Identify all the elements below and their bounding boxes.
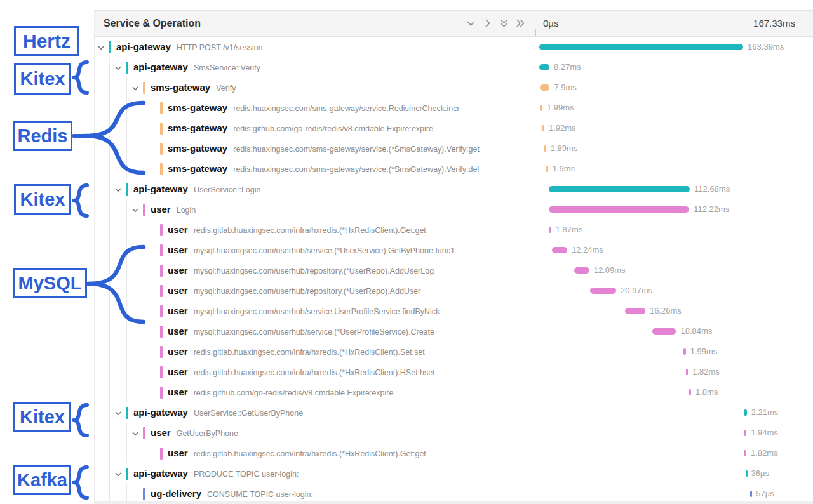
span-duration-label: 112.22ms bbox=[694, 199, 729, 220]
span-duration-bar[interactable] bbox=[683, 348, 686, 355]
indent-guide bbox=[126, 281, 127, 301]
column-resizer[interactable] bbox=[532, 29, 536, 36]
collapse-chevron-icon[interactable] bbox=[131, 428, 139, 436]
span-operation-name: UserService::Login bbox=[194, 185, 261, 194]
collapse-chevron-icon[interactable] bbox=[131, 205, 139, 213]
span-duration-bar[interactable] bbox=[574, 267, 589, 274]
indent-guide bbox=[126, 342, 127, 362]
span-duration-bar[interactable] bbox=[750, 491, 752, 497]
span-duration-bar[interactable] bbox=[746, 470, 748, 477]
span-duration-bar[interactable] bbox=[546, 166, 548, 172]
service-color-strip bbox=[160, 123, 163, 135]
span-row[interactable]: usermysql:huaxingsec.com/userhub/reposit… bbox=[95, 260, 813, 281]
span-row[interactable]: usermysql:huaxingsec.com/userhub/reposit… bbox=[95, 281, 813, 301]
span-duration-bar[interactable] bbox=[689, 389, 691, 395]
span-timeline-cell: 163.39ms bbox=[539, 37, 813, 57]
span-row[interactable]: usermysql:huaxingsec.com/userhub/service… bbox=[95, 321, 813, 342]
jaeger-trace-screenshot: Hertz Kitex Redis Kitex MySQL Kitex Kafk… bbox=[0, 0, 813, 504]
span-duration-bar[interactable] bbox=[544, 145, 546, 152]
span-row[interactable]: api-gatewayUserService::GetUserByPhone2.… bbox=[95, 402, 813, 423]
indent-guide bbox=[144, 220, 144, 240]
indent-guide bbox=[144, 240, 144, 260]
span-row[interactable]: sms-gatewayredis:huaxingsec.com/sms-gate… bbox=[95, 159, 813, 179]
span-row[interactable]: sms-gatewayredis:huaxingsec.com/sms-gate… bbox=[95, 98, 813, 118]
service-color-strip bbox=[160, 305, 163, 317]
indent-guide bbox=[126, 382, 127, 402]
span-duration-label: 1.99ms bbox=[690, 342, 718, 362]
collapse-chevron-icon[interactable] bbox=[114, 63, 122, 70]
span-row[interactable]: userredis:gitlab.huaxingsec.com/infra/hx… bbox=[95, 342, 813, 362]
span-duration-bar[interactable] bbox=[552, 247, 567, 253]
span-duration-bar[interactable] bbox=[744, 409, 746, 416]
span-service-name: api-gateway bbox=[116, 41, 171, 52]
double-chevron-down-icon[interactable] bbox=[499, 18, 509, 28]
chevron-right-icon[interactable] bbox=[483, 18, 492, 28]
indent-guide bbox=[109, 443, 110, 463]
span-row[interactable]: userredis:gitlab.huaxingsec.com/infra/hx… bbox=[95, 443, 813, 463]
service-color-strip bbox=[160, 265, 163, 277]
indent-guide bbox=[109, 382, 110, 402]
span-duration-bar[interactable] bbox=[652, 328, 676, 335]
span-timeline-cell: 12.24ms bbox=[539, 240, 813, 260]
span-timeline-cell: 7.9ms bbox=[539, 77, 813, 98]
span-row[interactable]: sms-gatewayredis:github.com/go-redis/red… bbox=[95, 118, 813, 138]
span-timeline-cell: 12.09ms bbox=[539, 260, 813, 281]
span-timeline-cell: 16.26ms bbox=[539, 301, 813, 321]
indent-guide bbox=[109, 159, 110, 179]
span-row[interactable]: sms-gatewayVerify7.9ms bbox=[95, 77, 813, 98]
span-row[interactable]: userredis:gitlab.huaxingsec.com/infra/hx… bbox=[95, 362, 813, 382]
span-duration-bar[interactable] bbox=[686, 369, 689, 375]
collapse-chevron-icon[interactable] bbox=[114, 469, 122, 477]
span-row[interactable]: api-gatewaySmsService::Verify8.27ms bbox=[95, 57, 813, 77]
span-duration-bar[interactable] bbox=[744, 430, 746, 436]
span-row[interactable]: usermysql:huaxingsec.com/userhub/service… bbox=[95, 240, 813, 260]
span-duration-bar[interactable] bbox=[542, 125, 544, 131]
indent-guide bbox=[144, 138, 144, 159]
span-duration-label: 36µs bbox=[751, 463, 769, 484]
span-duration-label: 16.26ms bbox=[650, 301, 682, 321]
span-duration-bar[interactable] bbox=[590, 288, 616, 294]
indent-guide bbox=[109, 342, 110, 362]
span-duration-bar[interactable] bbox=[625, 308, 645, 314]
span-row[interactable]: sms-gatewayredis:huaxingsec.com/sms-gate… bbox=[95, 138, 813, 159]
collapse-chevron-icon[interactable] bbox=[97, 43, 105, 50]
indent-guide bbox=[126, 321, 127, 342]
span-duration-bar[interactable] bbox=[540, 105, 542, 111]
span-duration-bar[interactable] bbox=[539, 64, 549, 70]
span-duration-bar[interactable] bbox=[549, 227, 551, 233]
collapse-chevron-icon[interactable] bbox=[114, 408, 122, 416]
indent-guide bbox=[109, 301, 110, 321]
span-row[interactable]: api-gatewayUserService::Login112.68ms bbox=[95, 179, 813, 199]
span-duration-bar[interactable] bbox=[539, 44, 743, 50]
span-duration-bar[interactable] bbox=[549, 206, 689, 213]
span-row[interactable]: userLogin112.22ms bbox=[95, 199, 813, 220]
service-color-strip bbox=[160, 163, 163, 175]
span-duration-bar[interactable] bbox=[744, 450, 746, 456]
indent-guide bbox=[144, 443, 144, 463]
span-duration-bar[interactable] bbox=[540, 84, 550, 91]
span-service-name: user bbox=[168, 387, 188, 397]
span-duration-bar[interactable] bbox=[549, 186, 690, 192]
indent-guide bbox=[144, 159, 144, 179]
span-row[interactable]: api-gatewayHTTP POST /v1/session163.39ms bbox=[95, 37, 813, 57]
span-row[interactable]: userGetUserByPhone1.94ms bbox=[95, 423, 813, 443]
span-row[interactable]: userredis:github.com/go-redis/redis/v8.c… bbox=[95, 382, 813, 402]
indent-guide bbox=[109, 138, 110, 159]
trace-panel: Service & Operation 0µs 167.33ms api-gat… bbox=[94, 10, 813, 504]
span-name-cell: sms-gatewayredis:huaxingsec.com/sms-gate… bbox=[95, 138, 539, 159]
span-service-name: user bbox=[168, 224, 188, 235]
span-timeline-cell: 2.21ms bbox=[539, 402, 813, 423]
span-operation-name: redis:gitlab.huaxingsec.com/infra/hxredi… bbox=[194, 226, 426, 235]
span-row[interactable]: userredis:gitlab.huaxingsec.com/infra/hx… bbox=[95, 220, 813, 240]
double-chevron-right-icon[interactable] bbox=[516, 18, 525, 28]
span-duration-label: 12.09ms bbox=[594, 260, 626, 281]
chevron-down-icon[interactable] bbox=[466, 18, 476, 28]
collapse-chevron-icon[interactable] bbox=[131, 83, 139, 91]
service-color-strip bbox=[160, 244, 163, 256]
indent-guide bbox=[144, 321, 144, 342]
span-service-name: sms-gateway bbox=[168, 143, 227, 154]
collapse-chevron-icon[interactable] bbox=[114, 185, 122, 192]
span-row[interactable]: api-gatewayPRODUCE TOPIC user-login:36µs bbox=[95, 463, 813, 484]
span-row[interactable]: usermysql:huaxingsec.com/userhub/service… bbox=[95, 301, 813, 321]
span-operation-name: HTTP POST /v1/session bbox=[177, 43, 263, 52]
